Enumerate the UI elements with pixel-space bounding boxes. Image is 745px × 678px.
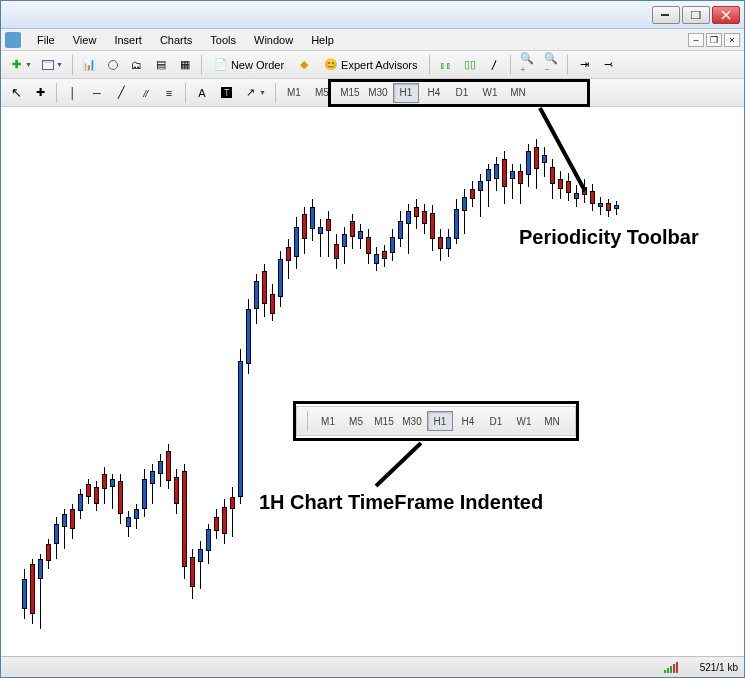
candlestick-button[interactable]: ▯▯ [459,54,481,76]
new-order-button[interactable]: 📄New Order [207,54,291,76]
candle [230,487,235,537]
candle [214,509,219,539]
separator [72,55,73,75]
zoom-in-button[interactable]: 🔍⁺ [516,54,538,76]
expert-advisors-button[interactable]: 😊Expert Advisors [317,54,424,76]
candle [238,349,243,504]
menu-help[interactable]: Help [303,32,342,48]
new-chart-button[interactable]: ✚▼ [5,54,36,76]
separator [510,55,511,75]
autoscroll-button[interactable]: ⇥ [573,54,595,76]
timeframe-d1[interactable]: D1 [449,83,475,103]
candle [118,474,123,524]
navigator-icon: 🗂 [130,58,144,72]
candle [206,524,211,564]
timeframe-w1[interactable]: W1 [477,83,503,103]
vline-icon: │ [66,86,80,100]
mdi-minimize-button[interactable]: – [688,33,704,47]
vertical-line-button[interactable]: │ [62,82,84,104]
strategy-tester-button[interactable]: ▦ [174,54,196,76]
copy-timeframe-d1: D1 [483,411,509,431]
data-window-button[interactable] [102,54,124,76]
app-window: File View Insert Charts Tools Window Hel… [0,0,745,678]
target-icon [108,60,118,70]
candle [470,181,475,207]
chart-shift-button[interactable]: ⤙ [597,54,619,76]
candle [94,481,99,511]
mdi-restore-button[interactable]: ❐ [706,33,722,47]
line-chart-button[interactable]: 〳 [483,54,505,76]
separator [56,83,57,103]
text-label-button[interactable]: 🆃 [215,82,237,104]
candle [350,214,355,249]
new-order-label: New Order [231,59,284,71]
horizontal-line-button[interactable]: ─ [86,82,108,104]
candle [342,227,347,264]
fibonacci-button[interactable]: ≡ [158,82,180,104]
maximize-button[interactable] [682,6,710,24]
menu-file[interactable]: File [29,32,63,48]
trendline-button[interactable]: ╱ [110,82,132,104]
candle [86,479,91,504]
candle [526,144,531,187]
minimize-button[interactable] [652,6,680,24]
candle [126,511,131,537]
menu-window[interactable]: Window [246,32,301,48]
zoom-in-icon: 🔍⁺ [520,58,534,72]
terminal-button[interactable]: ▤ [150,54,172,76]
candle [294,217,299,269]
candle [38,554,43,629]
candle [438,229,443,261]
timeframe-m5[interactable]: M5 [309,83,335,103]
profiles-button[interactable]: ▼ [38,54,67,76]
timeframe-h4[interactable]: H4 [421,83,447,103]
zoom-out-button[interactable]: 🔍⁻ [540,54,562,76]
chart-area[interactable] [2,109,743,655]
status-kb: 521/1 kb [700,662,738,673]
menu-tools[interactable]: Tools [202,32,244,48]
metaquotes-button[interactable]: ◆ [293,54,315,76]
timeframe-m15[interactable]: M15 [337,83,363,103]
timeframe-m1[interactable]: M1 [281,83,307,103]
mdi-close-button[interactable]: × [724,33,740,47]
shift-icon: ⤙ [601,58,615,72]
titlebar [1,1,744,29]
menu-charts[interactable]: Charts [152,32,200,48]
candle [358,224,363,249]
close-button[interactable] [712,6,740,24]
candle [262,264,267,317]
menu-insert[interactable]: Insert [106,32,150,48]
plus-icon: ✚ [9,58,23,72]
candle [54,517,59,559]
navigator-button[interactable]: 🗂 [126,54,148,76]
bar-chart-button[interactable]: ⫾⫾ [435,54,457,76]
candle [414,199,419,229]
market-watch-button[interactable]: 📊 [78,54,100,76]
timeframe-mn[interactable]: MN [505,83,531,103]
tester-icon: ▦ [178,58,192,72]
cursor-icon: ↖ [9,86,23,100]
candle [246,299,251,374]
zoom-out-icon: 🔍⁻ [544,58,558,72]
crosshair-button[interactable]: ✚ [29,82,51,104]
candle [486,164,491,207]
candle [286,239,291,279]
cursor-button[interactable]: ↖ [5,82,27,104]
copy-timeframe-h1: H1 [427,411,453,431]
standard-toolbar: ✚▼ ▼ 📊 🗂 ▤ ▦ 📄New Order ◆ 😊Expert Adviso… [1,51,744,79]
candle [558,171,563,199]
copy-timeframe-m15: M15 [371,411,397,431]
candle [590,184,595,211]
candle [150,464,155,504]
arrows-button[interactable]: ↗▼ [239,82,270,104]
candle [430,205,435,251]
timeframe-m30[interactable]: M30 [365,83,391,103]
candle [542,147,547,177]
timeframe-h1[interactable]: H1 [393,83,419,103]
candle [326,211,331,257]
separator [429,55,430,75]
channel-button[interactable]: ⫽ [134,82,156,104]
menu-view[interactable]: View [65,32,105,48]
text-button[interactable]: A [191,82,213,104]
candle [454,199,459,244]
